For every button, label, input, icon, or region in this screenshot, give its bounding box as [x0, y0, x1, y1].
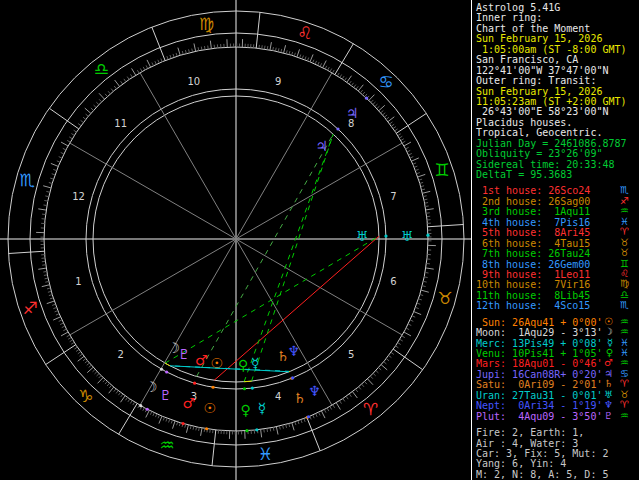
- degree-tick: [426, 268, 434, 269]
- house-number-9: 9: [275, 76, 281, 87]
- planet-uranus-icon: ♅: [356, 228, 369, 244]
- planet-degree-dot: [384, 234, 387, 237]
- aspect-line-conjunction: [244, 381, 251, 382]
- degree-tick: [295, 422, 296, 425]
- house-number-12: 12: [72, 191, 85, 202]
- degree-tick: [354, 85, 356, 88]
- degree-tick: [204, 46, 205, 49]
- degree-tick: [297, 49, 300, 57]
- planet-degree-dot: [336, 127, 339, 130]
- degree-tick: [389, 355, 392, 357]
- degree-tick: [155, 414, 156, 417]
- transit-degree-dot: [205, 427, 208, 430]
- degree-tick: [404, 142, 411, 146]
- degree-tick: [384, 115, 387, 117]
- planet-venus-icon: ♀: [238, 357, 248, 373]
- degree-tick: [140, 68, 142, 71]
- degree-tick: [61, 332, 68, 336]
- degree-tick: [391, 124, 394, 126]
- degree-tick: [304, 419, 305, 422]
- degree-tick: [379, 105, 385, 110]
- degree-tick: [264, 429, 265, 432]
- degree-tick: [53, 317, 60, 320]
- degree-tick: [50, 298, 53, 299]
- degree-tick: [57, 161, 60, 162]
- degree-tick: [298, 421, 299, 424]
- sign-boundary-line: [335, 44, 354, 75]
- degree-tick: [422, 191, 430, 193]
- degree-tick: [68, 337, 71, 339]
- planet-position-text: Mars: 18Aqu01 - 0°46': [476, 358, 602, 369]
- degree-tick: [418, 299, 421, 300]
- transit-degree-dot: [245, 429, 248, 432]
- astrolog-window: Astrolog 5.41G ♈♉♊♋♌♍♎♏♐♑♒♓1234567891011…: [0, 0, 640, 480]
- degree-tick: [305, 56, 306, 59]
- degree-tick: [414, 312, 421, 315]
- planet-degree-dot: [160, 368, 163, 371]
- degree-tick: [121, 81, 123, 84]
- tally-line: Fire: 2, Earth: 1,: [476, 428, 639, 438]
- degree-tick: [421, 186, 424, 187]
- degree-tick: [369, 95, 375, 101]
- degree-tick: [83, 117, 86, 119]
- planet-position-text: Satu: 0Ari09 - 2°01': [476, 379, 602, 390]
- degree-tick: [171, 420, 172, 423]
- degree-tick: [192, 49, 193, 52]
- planet-pluto-icon: ♇: [178, 346, 191, 362]
- degree-tick: [59, 157, 62, 158]
- tally-line: M: 2, N: 8, A: 5, D: 5: [476, 470, 639, 480]
- sign-cap-icon: ♑: [78, 386, 93, 406]
- degree-tick: [325, 66, 327, 69]
- planet-position-text: Merc: 13Pis49 + 0°08': [476, 338, 602, 349]
- house-cusp-text: 5th house: 8Ari45: [476, 227, 590, 238]
- degree-tick: [422, 189, 425, 190]
- degree-tick: [390, 122, 393, 124]
- degree-tick: [395, 129, 398, 131]
- degree-tick: [130, 401, 132, 404]
- degree-tick: [289, 51, 290, 54]
- sidebar-header-line: DeltaT = 95.3683: [476, 170, 639, 180]
- degree-tick: [61, 142, 68, 146]
- degree-tick: [190, 426, 191, 429]
- sign-lib-icon: ♎: [94, 59, 109, 79]
- degree-tick: [418, 174, 426, 177]
- degree-tick: [131, 74, 133, 77]
- planet-moon-icon: ☽: [604, 327, 613, 337]
- degree-tick: [400, 339, 403, 341]
- degree-tick: [43, 271, 46, 272]
- sign-tau-icon: ♉: [620, 248, 629, 258]
- transit-degree-dot: [426, 234, 429, 237]
- degree-tick: [94, 105, 97, 107]
- degree-tick: [425, 206, 428, 207]
- degree-tick: [300, 55, 301, 58]
- degree-tick: [38, 268, 46, 269]
- degree-tick: [67, 140, 70, 142]
- degree-tick: [128, 399, 130, 402]
- degree-tick: [60, 323, 63, 325]
- degree-tick: [71, 134, 74, 136]
- degree-tick: [425, 203, 428, 204]
- degree-tick: [201, 47, 202, 50]
- degree-tick: [109, 385, 111, 388]
- degree-tick: [284, 45, 286, 53]
- degree-tick: [407, 150, 410, 152]
- degree-tick: [370, 376, 372, 379]
- planet-mercury-icon: ☿: [251, 355, 260, 371]
- sign-ari-icon: ♈: [620, 400, 629, 410]
- sign-ari-icon: ♈: [363, 399, 378, 419]
- sign-pis-icon: ♓: [258, 444, 273, 464]
- degree-tick: [421, 290, 429, 292]
- degree-tick: [46, 191, 49, 192]
- degree-tick: [186, 425, 188, 433]
- degree-tick: [107, 383, 109, 386]
- degree-tick: [359, 387, 361, 390]
- degree-tick: [371, 100, 373, 102]
- degree-tick: [53, 307, 56, 308]
- degree-tick: [63, 148, 66, 150]
- degree-tick: [199, 427, 200, 430]
- degree-tick: [420, 182, 423, 183]
- degree-tick: [153, 413, 154, 416]
- degree-tick: [111, 89, 113, 92]
- degree-tick: [373, 102, 375, 104]
- degree-tick: [409, 153, 412, 155]
